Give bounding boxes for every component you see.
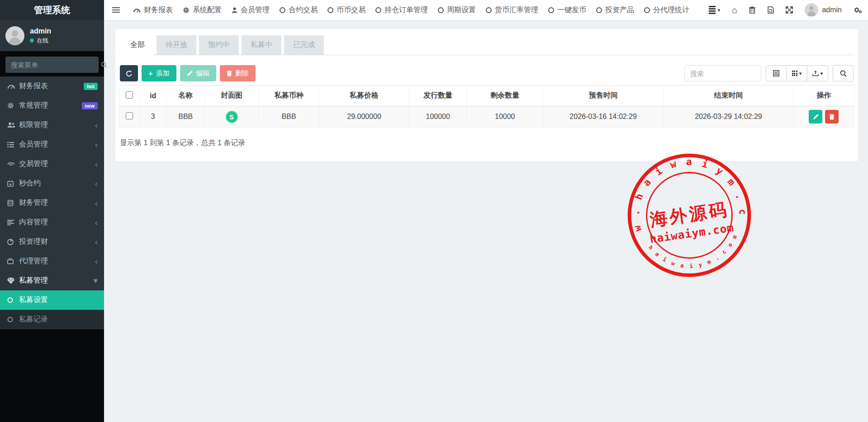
chevron-left-icon: ‹ <box>95 160 98 168</box>
trash-button[interactable] <box>743 0 761 20</box>
pagination-toggle-button[interactable] <box>766 65 787 81</box>
fullscreen-button[interactable] <box>780 0 799 20</box>
select-all-checkbox[interactable] <box>126 91 133 99</box>
sidebar-item-permission-mgmt[interactable]: 权限管理 ‹ <box>0 115 104 135</box>
cache-refresh-button[interactable] <box>761 0 780 20</box>
nav-coin-trade[interactable]: 币币交易 <box>323 0 370 20</box>
avatar <box>5 26 24 45</box>
private-placement-panel: 全部 待开放 预约中 私募中 已完成 + 添加 编辑 删除 <box>115 29 858 161</box>
table-search-input[interactable] <box>684 65 761 81</box>
row-checkbox[interactable] <box>126 112 133 119</box>
circle-icon <box>596 7 602 13</box>
tab-in-placement[interactable]: 私募中 <box>242 35 281 55</box>
gears-icon <box>7 102 19 109</box>
list-icon <box>709 6 716 14</box>
add-button[interactable]: + 添加 <box>142 65 176 81</box>
nav-contract-trade[interactable]: 合约交易 <box>275 0 323 20</box>
topbar-user-menu[interactable]: admin <box>799 3 848 17</box>
col-end-time: 结束时间 <box>664 85 794 106</box>
topbar: 财务报表 系统配置 会员管理 合约交易 币币交易 持仓订单管理 周期设置 货币汇… <box>104 0 868 20</box>
sidebar-subitem-private-placement-settings[interactable]: 私募设置 <box>0 290 104 310</box>
cell-name: BBB <box>166 106 205 128</box>
home-button[interactable]: ⌂ <box>726 0 743 20</box>
tab-pending-open[interactable]: 待开放 <box>157 35 196 55</box>
col-currency: 私募币种 <box>259 85 319 106</box>
row-edit-button[interactable] <box>809 110 822 123</box>
user-name: admin <box>30 27 51 35</box>
sidebar: 管理系统 admin 在线 财务报表 hot 常规管理 new 权限管理 ‹ <box>0 0 104 422</box>
columns-button[interactable]: ▾ <box>787 65 807 81</box>
nav-one-click-issue[interactable]: 一键发币 <box>543 0 591 20</box>
refresh-button[interactable] <box>120 65 138 81</box>
nav-exchange-rate-mgmt[interactable]: 货币汇率管理 <box>481 0 543 20</box>
table-header-row: id 名称 封面图 私募币种 私募价格 发行数量 剩余数量 预售时间 结束时间 … <box>119 85 854 106</box>
nav-member-mgmt[interactable]: 会员管理 <box>227 0 275 20</box>
nav-system-config[interactable]: 系统配置 <box>178 0 227 20</box>
col-presale-time: 预售时间 <box>543 85 664 106</box>
cell-price: 29.000000 <box>319 106 409 128</box>
chevron-left-icon: ‹ <box>95 237 98 246</box>
online-status-icon <box>30 38 34 43</box>
tab-completed[interactable]: 已完成 <box>284 35 324 55</box>
sidebar-item-member-mgmt[interactable]: 会员管理 ‹ <box>0 135 104 154</box>
sidebar-item-finance-mgmt[interactable]: 财务管理 ‹ <box>0 193 104 213</box>
sidebar-item-general-mgmt[interactable]: 常规管理 new <box>0 96 104 115</box>
cache-refresh-icon <box>767 6 774 14</box>
fullscreen-icon <box>786 6 793 14</box>
caret-down-icon: ▾ <box>799 71 802 76</box>
main-content: 全部 待开放 预约中 私募中 已完成 + 添加 编辑 删除 <box>104 20 868 422</box>
sidebar-item-content-mgmt[interactable]: 内容管理 ‹ <box>0 213 104 232</box>
col-actions: 操作 <box>793 85 854 106</box>
sidebar-item-trade-mgmt[interactable]: 交易管理 ‹ <box>0 154 104 174</box>
private-placement-table: id 名称 封面图 私募币种 私募价格 发行数量 剩余数量 预售时间 结束时间 … <box>119 85 854 128</box>
circle-icon <box>438 7 444 13</box>
sidebar-item-agent-mgmt[interactable]: 代理管理 ‹ <box>0 251 104 271</box>
sidebar-search-input[interactable] <box>11 61 101 69</box>
col-id: id <box>139 85 166 106</box>
sidebar-item-private-placement-mgmt[interactable]: 私募管理 ▾ <box>0 271 104 290</box>
export-icon <box>812 71 819 76</box>
lines-icon <box>7 220 19 225</box>
topbar-nav: 财务报表 系统配置 会员管理 合约交易 币币交易 持仓订单管理 周期设置 货币汇… <box>128 0 694 20</box>
hot-badge: hot <box>84 83 98 90</box>
col-price: 私募价格 <box>319 85 409 106</box>
circle-o-icon <box>7 297 19 303</box>
cell-actions <box>793 106 854 128</box>
nav-agent-stats[interactable]: 分代理统计 <box>639 0 694 20</box>
chevron-left-icon: ‹ <box>95 218 98 227</box>
list-icon <box>7 142 19 147</box>
delete-button[interactable]: 删除 <box>220 65 256 81</box>
list-view-icon <box>773 70 779 76</box>
cell-currency: BBB <box>259 106 319 128</box>
list-dropdown-button[interactable]: ▾ <box>703 0 726 20</box>
col-remain-amount: 剩余数量 <box>467 85 543 106</box>
edit-button[interactable]: 编辑 <box>180 65 216 81</box>
export-button[interactable]: ▾ <box>807 65 828 81</box>
topbar-right: ▾ ⌂ admin <box>703 0 868 20</box>
nav-position-order-mgmt[interactable]: 持仓订单管理 <box>370 0 433 20</box>
nav-finance-report[interactable]: 财务报表 <box>128 0 178 20</box>
nav-period-settings[interactable]: 周期设置 <box>433 0 481 20</box>
settings-button[interactable] <box>848 0 868 20</box>
chevron-down-icon: ▾ <box>93 276 98 285</box>
plus-icon: + <box>148 70 153 77</box>
tab-reserving[interactable]: 预约中 <box>199 35 239 55</box>
row-delete-button[interactable] <box>825 110 839 123</box>
sidebar-item-finance-report[interactable]: 财务报表 hot <box>0 76 104 96</box>
sidebar-item-second-contract[interactable]: 秒合约 ‹ <box>0 174 104 193</box>
tab-all[interactable]: 全部 <box>121 35 154 55</box>
sidebar-user-panel: admin 在线 <box>0 20 104 51</box>
search-icon[interactable] <box>101 62 107 68</box>
col-issue-amount: 发行数量 <box>409 85 467 106</box>
hamburger-menu-icon[interactable] <box>104 7 128 13</box>
sidebar-menu: 财务报表 hot 常规管理 new 权限管理 ‹ 会员管理 ‹ 交易管理 ‹ 秒… <box>0 76 104 329</box>
sidebar-subitem-private-placement-records[interactable]: 私募记录 <box>0 310 104 329</box>
pie-circle-icon <box>7 239 19 245</box>
handshake-icon <box>7 161 19 166</box>
nav-investment-product[interactable]: 投资产品 <box>591 0 639 20</box>
col-name: 名称 <box>166 85 205 106</box>
sidebar-item-investment[interactable]: 投资理财 ‹ <box>0 232 104 251</box>
gears-icon <box>854 6 862 14</box>
circle-o-icon <box>7 317 19 322</box>
search-submit-button[interactable] <box>833 65 854 81</box>
